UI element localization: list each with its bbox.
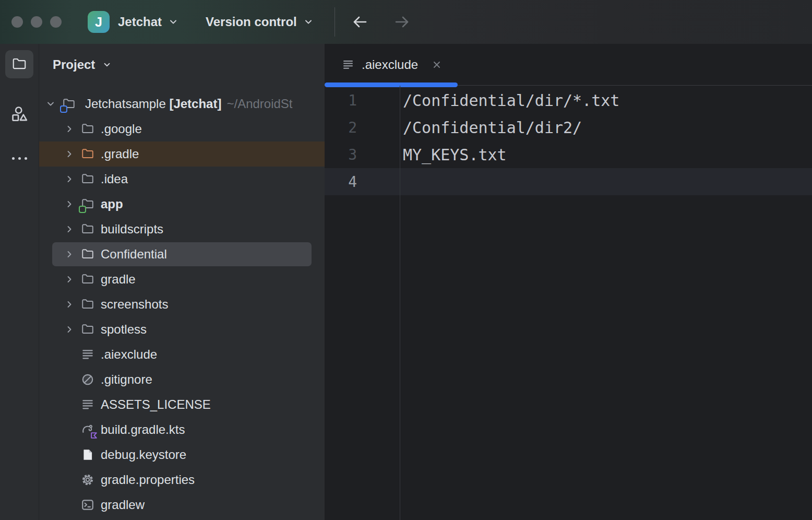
project-panel-title: Project <box>53 57 95 72</box>
tree-row-label: .gradle <box>101 147 139 161</box>
folder-icon <box>80 222 95 237</box>
window-minimize-button[interactable] <box>31 16 42 28</box>
code-text: /Confidential/dir/*.txt <box>403 91 619 110</box>
tree-row-label: .google <box>101 122 142 136</box>
tree-row-label: app <box>101 197 123 211</box>
chevron-right-icon[interactable] <box>63 147 76 161</box>
chevron-right-icon[interactable] <box>63 222 76 236</box>
chevron-down-icon[interactable] <box>44 97 57 111</box>
editor-tab-bar: .aiexclude <box>325 44 812 86</box>
tree-row-aiexclude[interactable]: .aiexclude <box>39 342 325 367</box>
code-line[interactable]: 3 MY_KEYS.txt <box>325 141 812 168</box>
tree-row-gradle-properties[interactable]: gradle.properties <box>39 467 325 492</box>
active-tab-indicator <box>325 82 458 87</box>
chevron-right-icon[interactable] <box>63 247 76 261</box>
root-badge <box>60 105 67 113</box>
line-number: 3 <box>325 146 357 163</box>
vcs-widget[interactable]: Version control <box>206 15 314 29</box>
folder-icon <box>80 247 95 262</box>
kotlin-script-badge <box>90 432 98 439</box>
navigate-back-button[interactable] <box>350 11 371 32</box>
resource-manager-tool-button[interactable] <box>5 100 33 128</box>
code-text: MY_KEYS.txt <box>403 146 507 164</box>
titlebar-separator <box>335 7 335 37</box>
more-tool-windows-button[interactable] <box>5 138 33 166</box>
tree-row-google[interactable]: .google <box>39 116 325 141</box>
chevron-right-icon[interactable] <box>63 298 76 311</box>
chevron-right-icon[interactable] <box>63 323 76 336</box>
vcs-label: Version control <box>206 15 297 29</box>
tree-row-gradle[interactable]: gradle <box>39 267 325 292</box>
tree-row-app[interactable]: app <box>39 192 325 217</box>
project-widget[interactable]: J Jetchat <box>88 11 178 33</box>
tree-row-label: debug.keystore <box>101 447 186 462</box>
ide-window: J Jetchat Version control <box>0 0 812 520</box>
chevron-right-icon[interactable] <box>63 197 76 211</box>
window-controls <box>11 16 62 28</box>
shapes-icon <box>10 105 28 123</box>
file-icon <box>80 447 95 462</box>
project-panel-header[interactable]: Project <box>39 44 325 86</box>
code-line[interactable]: 2 /Confidential/dir2/ <box>325 114 812 141</box>
tree-row-spotless[interactable]: spotless <box>39 317 325 342</box>
tree-row-build-gradle-kts[interactable]: build.gradle.kts <box>39 417 325 442</box>
chevron-right-icon[interactable] <box>63 122 76 136</box>
tree-row-gradle-dot[interactable]: .gradle <box>39 141 325 167</box>
ellipsis-icon <box>12 157 27 160</box>
project-tree: Jetchatsample [Jetchat] ~/AndroidSt .goo… <box>39 91 325 517</box>
text-file-icon <box>80 347 95 362</box>
chevron-down-icon <box>303 17 314 27</box>
tree-row-label: gradle <box>101 272 136 287</box>
folder-icon <box>80 172 95 186</box>
folder-icon <box>80 322 95 337</box>
tab-title: .aiexclude <box>362 57 418 72</box>
gear-icon <box>80 472 95 487</box>
tree-row-root[interactable]: Jetchatsample [Jetchat] ~/AndroidSt <box>39 91 325 116</box>
project-root-folder-icon <box>62 97 76 111</box>
window-close-button[interactable] <box>11 16 23 28</box>
navigate-forward-button[interactable] <box>391 11 412 32</box>
window-zoom-button[interactable] <box>50 16 62 28</box>
project-avatar: J <box>88 11 110 33</box>
editor-pane: .aiexclude 1 /Confidential/dir/*.txt 2 <box>325 44 812 520</box>
tab-close-icon[interactable] <box>432 60 442 70</box>
gradle-kts-file-icon <box>80 422 95 437</box>
tree-row-label: .idea <box>101 172 128 186</box>
root-path: ~/AndroidSt <box>226 97 292 111</box>
tree-row-label: gradle.properties <box>101 472 195 487</box>
code-editor[interactable]: 1 /Confidential/dir/*.txt 2 /Confidentia… <box>325 86 812 520</box>
code-line[interactable]: 1 /Confidential/dir/*.txt <box>325 87 812 114</box>
tree-row-label: spotless <box>101 322 147 337</box>
tab-aiexclude[interactable]: .aiexclude <box>325 44 458 86</box>
project-tool-button[interactable] <box>5 50 33 78</box>
tree-row-gitignore[interactable]: .gitignore <box>39 367 325 392</box>
tree-row-debug-keystore[interactable]: debug.keystore <box>39 442 325 467</box>
terminal-file-icon <box>80 498 95 512</box>
tree-row-gradlew[interactable]: gradlew <box>39 492 325 517</box>
tree-row-screenshots[interactable]: screenshots <box>39 292 325 317</box>
gutter-divider <box>400 86 400 520</box>
module-badge <box>79 206 86 213</box>
ignore-file-icon <box>80 372 95 387</box>
chevron-down-icon <box>102 60 112 69</box>
tree-row-idea[interactable]: .idea <box>39 167 325 192</box>
code-text: /Confidential/dir2/ <box>403 119 582 137</box>
tree-row-label: Confidential <box>101 247 167 262</box>
text-file-icon <box>342 58 354 71</box>
chevron-right-icon[interactable] <box>63 273 76 286</box>
tree-row-label: ASSETS_LICENSE <box>101 397 211 412</box>
chevron-right-icon[interactable] <box>63 172 76 186</box>
line-number: 2 <box>325 119 357 136</box>
tree-row-confidential[interactable]: Confidential <box>39 242 325 267</box>
folder-icon <box>80 272 95 287</box>
line-number: 4 <box>325 173 357 191</box>
code-line-current[interactable]: 4 <box>325 168 812 195</box>
tree-row-label: gradlew <box>101 498 145 512</box>
tree-row-buildscripts[interactable]: buildscripts <box>39 217 325 242</box>
tree-row-assets-license[interactable]: ASSETS_LICENSE <box>39 392 325 417</box>
folder-icon <box>80 122 95 136</box>
root-module: [Jetchat] <box>169 97 221 111</box>
root-name: Jetchatsample <box>85 97 166 111</box>
tree-row-label: screenshots <box>101 297 168 312</box>
project-panel: Project Jetchatsample [Jetchat] <box>39 44 325 520</box>
